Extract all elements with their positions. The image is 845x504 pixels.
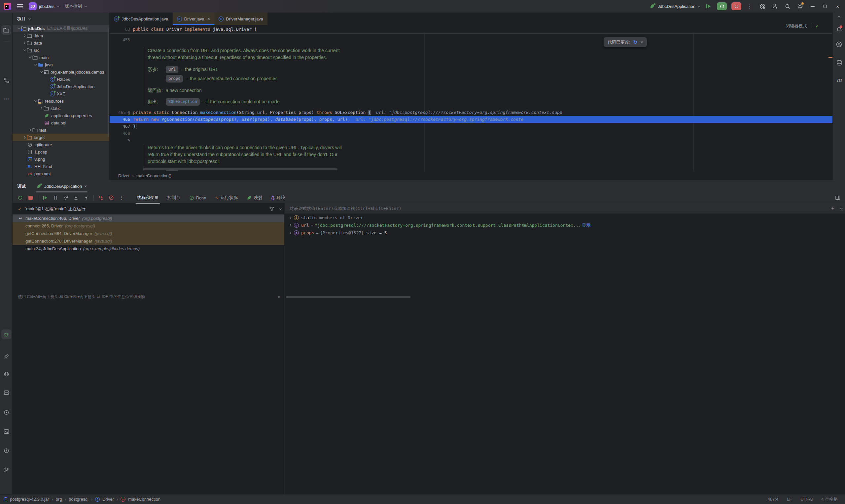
tree-item-test[interactable]: test [13, 126, 109, 134]
tab-mappings[interactable]: 映射 [245, 193, 264, 203]
edit-javadoc-pencil-icon[interactable]: ✎ [110, 138, 133, 143]
more-tool-windows-icon[interactable]: ⋯ [1, 94, 11, 104]
endpoints-tool-window-icon[interactable] [1, 369, 11, 379]
tab-health[interactable]: ∿运行状况 [214, 193, 239, 203]
resume-icon[interactable] [42, 195, 48, 201]
tree-item-jdbcdes[interactable]: jdbcDes E:\IDEA项目\jdbcDes [13, 25, 109, 32]
close-hint-icon[interactable]: × [278, 294, 280, 299]
tree-item-main[interactable]: main [13, 54, 109, 61]
tree-item-xxe[interactable]: C XXE [13, 90, 109, 97]
chevron-down-icon[interactable] [279, 207, 282, 210]
status-jar[interactable]: postgresql-42.3.0.jar [10, 497, 49, 502]
line-number[interactable]: 468 [110, 131, 133, 136]
stack-frame[interactable]: ↩ makeConnection:466, Driver (org.postgr… [13, 215, 284, 222]
file-encoding[interactable]: UTF-8 [800, 497, 813, 502]
collapse-strip-icon[interactable] [834, 13, 844, 22]
line-number[interactable]: 466 [110, 117, 133, 122]
layout-settings-icon[interactable] [835, 195, 840, 200]
structure-tool-window-icon[interactable] [1, 75, 11, 85]
tree-item-pom-xml[interactable]: m pom.xml [13, 170, 109, 177]
tree-item-pcap[interactable]: 1.pcap [13, 148, 109, 156]
evaluate-expression-input[interactable] [289, 206, 830, 211]
run-tool-window-icon[interactable] [1, 407, 11, 417]
variable-row-props[interactable]: p props = {Properties@1527} size = 5 [285, 229, 845, 237]
vcs-widget[interactable]: 版本控制 [65, 3, 86, 9]
status-crumb[interactable]: postgresql [69, 497, 88, 502]
line-number[interactable]: 455 [110, 37, 133, 42]
stop-button[interactable] [732, 2, 741, 10]
line-number[interactable]: 467 [110, 124, 133, 129]
project-scrollbar[interactable] [108, 29, 109, 137]
rerun-icon[interactable] [17, 195, 23, 201]
close-tab-icon[interactable]: × [207, 16, 210, 21]
thread-selector[interactable]: ✓ "main"@1 在组"main": 正在运行 [13, 203, 284, 215]
add-watch-icon[interactable]: ＋ [830, 205, 835, 212]
tab-console[interactable]: 控制台 [166, 193, 182, 203]
tree-item-resources[interactable]: resources [13, 97, 109, 105]
stack-frame[interactable]: connect:265, Driver (org.postgresql) [13, 222, 284, 230]
tree-item-h2des[interactable]: C H2Des [13, 76, 109, 83]
stop-icon[interactable] [28, 195, 33, 201]
tree-item-jdbcdesapplication[interactable]: C JdbcDesApplication [13, 83, 109, 90]
pin-tool-window-icon[interactable] [1, 351, 11, 361]
stack-frame[interactable]: getConnection:664, DriverManager (java.s… [13, 230, 284, 237]
tree-item-png[interactable]: 8.png [13, 156, 109, 163]
variable-row-url[interactable]: p url = "jdbc:postgresql:///?socketFacto… [285, 221, 845, 229]
tree-item-help-md[interactable]: M↓ HELP.md [13, 163, 109, 170]
tab-drivermanager-java[interactable]: C DriverManager.java [214, 13, 267, 25]
tree-item-data[interactable]: data [13, 39, 109, 47]
tree-item-java[interactable]: java [13, 61, 109, 68]
more-actions-icon[interactable]: ⋮ [746, 2, 754, 10]
tab-bean[interactable]: Bean [188, 193, 207, 203]
pause-icon[interactable] [53, 195, 58, 201]
line-ending[interactable]: LF [787, 497, 792, 502]
caret-position[interactable]: 467:4 [768, 497, 779, 502]
close-session-icon[interactable]: × [84, 184, 87, 189]
project-panel-header[interactable]: 项目 [13, 13, 109, 25]
step-into-icon[interactable] [73, 195, 79, 201]
more-options-icon[interactable]: ⋮ [119, 195, 124, 201]
filter-frames-icon[interactable] [269, 206, 275, 212]
terminal-tool-window-icon[interactable] [1, 427, 11, 436]
chevron-down-icon[interactable] [840, 206, 842, 209]
sticky-line-number[interactable]: 63 [110, 27, 133, 32]
tree-item-application-properties[interactable]: application.properties [13, 112, 109, 119]
tree-item-data-sql[interactable]: data.sql [13, 119, 109, 126]
inspections-ok-icon[interactable]: ✓ [815, 23, 819, 29]
tree-item-target[interactable]: target [13, 134, 109, 141]
tab-driver-java[interactable]: C Driver.java × [173, 13, 215, 25]
status-crumb[interactable]: makeConnection [128, 497, 160, 502]
debug-tool-window-icon[interactable] [1, 329, 11, 339]
notifications-bell-icon[interactable] [834, 25, 844, 34]
ai-assistant-tool-window-icon[interactable] [834, 40, 844, 49]
ai-assistant-icon[interactable] [758, 2, 767, 10]
debug-session-tab[interactable]: JdbcDesApplication × [33, 180, 90, 193]
tab-environment[interactable]: {}环境 [270, 193, 286, 203]
tree-item-idea[interactable]: .idea [13, 32, 109, 39]
variables-horizontal-scrollbar[interactable] [286, 296, 410, 298]
database-tool-window-icon[interactable] [834, 58, 844, 67]
view-breakpoints-icon[interactable] [98, 195, 104, 201]
window-minimize-button[interactable] [809, 2, 816, 10]
run-configuration-selector[interactable]: JdbcDesApplication [650, 3, 700, 9]
project-tool-window-icon[interactable] [1, 25, 11, 35]
variable-row-static[interactable]: S static members of Driver [285, 214, 845, 221]
breadcrumb-method[interactable]: makeConnection() [136, 173, 171, 178]
gutter-annotation[interactable]: @ [128, 110, 130, 115]
rerun-debug-button[interactable] [717, 2, 727, 10]
tab-threads-variables[interactable]: 线程和变量 [136, 193, 160, 203]
version-control-tool-window-icon[interactable] [1, 465, 11, 475]
stack-frame[interactable]: getConnection:270, DriverManager (java.s… [13, 237, 284, 245]
maven-tool-window-icon[interactable]: m [834, 75, 844, 85]
project-widget[interactable]: JD jdbcDes [29, 2, 59, 10]
indent-setting[interactable]: 4 个空格 [821, 497, 838, 502]
status-crumb[interactable]: Driver [102, 497, 114, 502]
status-crumb[interactable]: org [56, 497, 62, 502]
problems-tool-window-icon[interactable] [1, 446, 11, 455]
editor-horizontal-scrollbar[interactable] [143, 168, 337, 170]
search-everywhere-icon[interactable] [784, 2, 792, 10]
window-maximize-button[interactable] [821, 2, 829, 10]
tree-item-gitignore[interactable]: .gitignore [13, 141, 109, 148]
show-full-value-link[interactable]: 显示 [582, 222, 591, 229]
tab-jdbcdesapplication-java[interactable]: C JdbcDesApplication.java [110, 13, 173, 25]
